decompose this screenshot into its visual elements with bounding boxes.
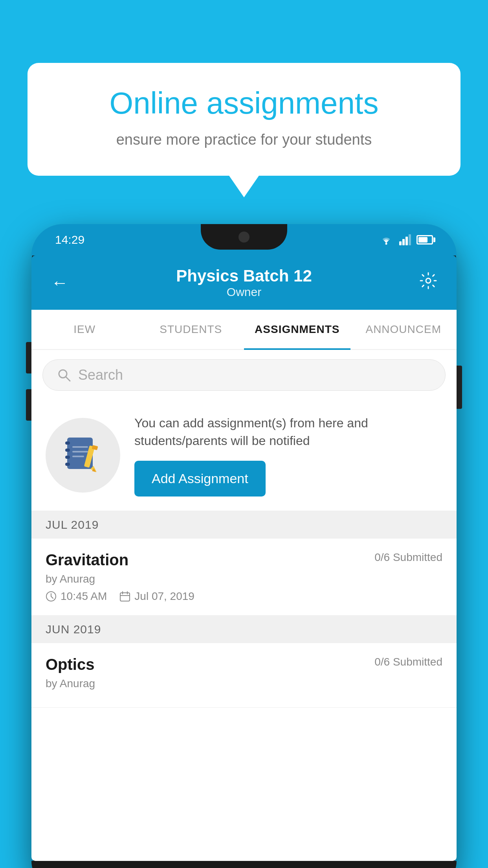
- svg-rect-12: [65, 463, 70, 466]
- optics-submitted: 0/6 Submitted: [374, 656, 442, 668]
- screen-content: Search: [31, 350, 457, 861]
- phone-screen: ← Physics Batch 12 Owner: [31, 256, 457, 861]
- promo-description: You can add assignment(s) from here and …: [134, 414, 442, 450]
- camera-dot: [238, 232, 250, 243]
- assignment-submitted: 0/6 Submitted: [374, 551, 442, 564]
- notebook-icon: [61, 434, 105, 477]
- svg-point-0: [385, 243, 387, 245]
- clock-icon: [46, 591, 57, 602]
- calendar-icon: [119, 591, 130, 602]
- svg-rect-3: [405, 237, 408, 245]
- volume-up-button[interactable]: [26, 342, 31, 373]
- settings-button[interactable]: [420, 272, 437, 293]
- search-bar[interactable]: Search: [42, 359, 446, 391]
- assignment-time: 10:45 AM: [61, 590, 107, 603]
- assignment-item-gravitation[interactable]: Gravitation 0/6 Submitted by Anurag: [31, 539, 457, 616]
- svg-rect-13: [72, 446, 88, 448]
- tab-assignments[interactable]: ASSIGNMENTS: [244, 310, 350, 349]
- svg-rect-10: [65, 449, 70, 452]
- volume-down-button[interactable]: [26, 389, 31, 421]
- assignment-item-optics[interactable]: Optics 0/6 Submitted by Anurag: [31, 643, 457, 708]
- search-icon: [57, 368, 71, 382]
- assignment-date: Jul 07, 2019: [134, 590, 194, 603]
- bubble-subtitle: ensure more practice for your students: [55, 131, 433, 148]
- svg-point-5: [426, 278, 431, 283]
- svg-line-7: [66, 377, 70, 381]
- status-time: 14:29: [55, 233, 84, 246]
- add-assignment-button[interactable]: Add Assignment: [134, 461, 266, 497]
- promo-text-section: You can add assignment(s) from here and …: [134, 414, 442, 497]
- app-header: ← Physics Batch 12 Owner: [31, 256, 457, 310]
- tab-students[interactable]: STUDENTS: [138, 310, 244, 349]
- status-icons: [379, 234, 433, 245]
- speech-bubble-container: Online assignments ensure more practice …: [28, 63, 460, 176]
- assignment-promo: You can add assignment(s) from here and …: [31, 400, 457, 511]
- svg-rect-9: [65, 441, 70, 445]
- month-header-jul: JUL 2019: [31, 511, 457, 539]
- svg-rect-21: [120, 593, 130, 601]
- header-subtitle: Owner: [176, 285, 312, 299]
- battery-icon: [416, 235, 433, 245]
- optics-author: by Anurag: [46, 677, 442, 690]
- optics-name: Optics: [46, 656, 94, 673]
- detail-time: 10:45 AM: [46, 590, 107, 603]
- svg-rect-11: [65, 456, 70, 459]
- svg-rect-1: [399, 241, 402, 245]
- phone-container: 14:29: [31, 224, 457, 868]
- tabs-bar: IEW STUDENTS ASSIGNMENTS ANNOUNCEM: [31, 310, 457, 350]
- phone-bottom-area: [31, 861, 457, 868]
- search-input-placeholder: Search: [78, 367, 123, 383]
- svg-rect-15: [72, 456, 84, 457]
- promo-icon-circle: [46, 418, 120, 493]
- wifi-icon: [379, 234, 394, 245]
- month-header-jun: JUN 2019: [31, 616, 457, 643]
- detail-date: Jul 07, 2019: [119, 590, 194, 603]
- assignment-details: 10:45 AM Jul 07, 2019: [46, 590, 442, 603]
- assignment-name: Gravitation: [46, 551, 128, 569]
- tab-iew[interactable]: IEW: [31, 310, 138, 349]
- back-button[interactable]: ←: [51, 273, 68, 292]
- svg-rect-2: [402, 239, 405, 245]
- notch: [201, 224, 287, 250]
- tab-announcements[interactable]: ANNOUNCEM: [350, 310, 457, 349]
- status-bar: 14:29: [31, 224, 457, 256]
- assignment-item-top: Gravitation 0/6 Submitted: [46, 551, 442, 569]
- screen-wrapper: ← Physics Batch 12 Owner: [31, 256, 457, 861]
- speech-bubble: Online assignments ensure more practice …: [28, 63, 460, 176]
- assignment-item-optics-top: Optics 0/6 Submitted: [46, 656, 442, 673]
- search-bar-container: Search: [31, 350, 457, 400]
- phone-outer: 14:29: [31, 224, 457, 868]
- header-title-group: Physics Batch 12 Owner: [176, 267, 312, 299]
- assignment-author: by Anurag: [46, 573, 442, 585]
- svg-rect-14: [72, 451, 88, 452]
- bubble-title: Online assignments: [55, 86, 433, 120]
- signal-icon: [399, 234, 411, 245]
- header-title: Physics Batch 12: [176, 267, 312, 285]
- power-button[interactable]: [457, 366, 462, 409]
- svg-rect-4: [409, 234, 411, 245]
- phone-outer-wrap: 14:29: [31, 224, 457, 868]
